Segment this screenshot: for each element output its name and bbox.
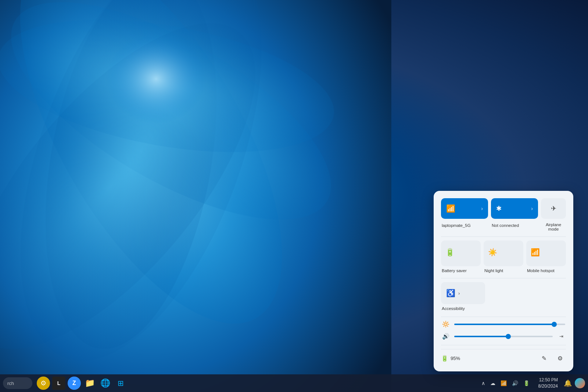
separator-4 [441,345,566,345]
settings-button[interactable]: ⚙ [554,352,566,364]
search-text: rch [7,381,14,386]
clock-date: 8/20/2024 [538,383,558,389]
tray-wifi-icon[interactable]: 📶 [499,379,508,388]
volume-icon: 🔊 [442,333,450,340]
quick-settings-top-row: 📶 › ✱ › ✈ [441,198,566,219]
taskbar-clock[interactable]: 12:50 PM 8/20/2024 [535,377,561,389]
night-light-label: Night light [484,268,523,274]
battery-saver-tile[interactable]: 🔋 [441,240,481,266]
mobile-hotspot-label: Mobile hotspot [526,268,566,274]
taskbar-tray: ∧ ☁ 📶 🔊 🔋 [477,379,534,388]
taskbar: rch ⚙ L Z 📁 🌐 ⊞ ∧ [0,374,588,392]
files-taskbar-app[interactable]: L [52,377,65,390]
color-widget[interactable] [575,378,585,388]
night-light-tile[interactable]: ☀️ [484,240,523,266]
airplane-label: Airplane mode [541,222,566,231]
bloom-svg [0,0,412,392]
wifi-icon: 📶 [446,204,455,213]
edge-app-icon: 🌐 [100,378,110,388]
quick-settings-bottom: 🔋 95% ✎ ⚙ [441,349,566,364]
airplane-mode-tile[interactable]: ✈ [541,198,566,219]
clock-time: 12:50 PM [539,377,558,383]
battery-icon: 🔋 [441,355,448,362]
mobile-hotspot-icon: 📶 [531,248,540,257]
bluetooth-label: Not connected [491,222,538,231]
volume-slider[interactable] [454,336,553,337]
accessibility-icon: ♿ [446,289,455,297]
wifi-label: laptopmate_5G [441,222,488,231]
brightness-slider[interactable] [454,324,565,325]
wifi-expand-arrow[interactable]: › [481,206,483,211]
tray-chevron-up-icon[interactable]: ∧ [480,379,487,388]
taskbar-left: rch ⚙ L Z 📁 🌐 ⊞ [3,377,127,390]
volume-slider-row: 🔊 ⇥ [441,333,566,340]
accessibility-tile[interactable]: ♿ › [441,282,485,304]
folder-taskbar-app[interactable]: 📁 [83,377,96,390]
volume-fill [454,336,508,337]
brightness-fill [454,324,554,325]
bottom-actions: ✎ ⚙ [538,352,566,364]
battery-saver-icon: 🔋 [445,248,455,257]
night-light-icon: ☀️ [488,248,497,257]
quick-settings-panel: 📶 › ✱ › ✈ laptopmate_5G Not connected Ai… [434,191,573,371]
settings-app-icon: ⚙ [40,379,46,387]
tray-volume-icon[interactable]: 🔊 [510,379,520,388]
bluetooth-expand-arrow[interactable]: › [531,206,533,211]
start-app-icon: ⊞ [118,379,124,388]
mobile-hotspot-tile[interactable]: 📶 [526,240,566,266]
taskbar-right: ∧ ☁ 📶 🔊 🔋 12:50 PM 8/20/2024 🔔 [477,377,585,389]
mid-row-labels: Battery saver Night light Mobile hotspot [441,268,566,274]
svg-point-7 [66,16,266,196]
top-row-labels: laptopmate_5G Not connected Airplane mod… [441,222,566,231]
settings-taskbar-app[interactable]: ⚙ [37,377,50,390]
battery-percent: 95% [451,356,460,361]
battery-display: 🔋 95% [441,355,460,362]
airplane-icon: ✈ [551,204,556,213]
edge-taskbar-app[interactable]: 🌐 [98,377,112,390]
volume-thumb[interactable] [506,334,511,339]
separator-2 [441,278,566,278]
quick-settings-mid-row: 🔋 ☀️ 📶 [441,240,566,266]
brightness-icon: 🔆 [442,321,450,328]
accessibility-label: Accessibility [441,306,566,311]
notification-bell-icon[interactable]: 🔔 [562,378,573,389]
files-app-icon: L [57,380,61,386]
taskbar-app-icons: ⚙ L Z 📁 🌐 ⊞ [37,377,127,390]
edit-button[interactable]: ✎ [538,352,550,364]
accessibility-row: ♿ › [441,282,566,304]
bluetooth-icon: ✱ [496,204,502,213]
zoom-taskbar-app[interactable]: Z [68,377,81,390]
separator-1 [441,236,566,237]
settings-icon: ⚙ [557,355,563,362]
battery-saver-label: Battery saver [441,268,481,274]
wifi-tile[interactable]: 📶 › [441,198,488,219]
taskbar-search[interactable]: rch [3,377,32,389]
brightness-slider-row: 🔆 [441,321,566,328]
separator-3 [441,317,566,317]
volume-expand-icon[interactable]: ⇥ [557,334,565,339]
start-taskbar-app[interactable]: ⊞ [114,377,127,390]
bluetooth-tile[interactable]: ✱ › [491,198,538,219]
accessibility-expand-arrow[interactable]: › [458,291,460,296]
edit-icon: ✎ [542,355,546,362]
zoom-app-icon: Z [72,380,76,386]
tray-cloud-icon[interactable]: ☁ [489,379,497,388]
folder-app-icon: 📁 [85,378,95,388]
brightness-thumb[interactable] [552,322,557,327]
tray-battery-icon[interactable]: 🔋 [522,379,531,388]
